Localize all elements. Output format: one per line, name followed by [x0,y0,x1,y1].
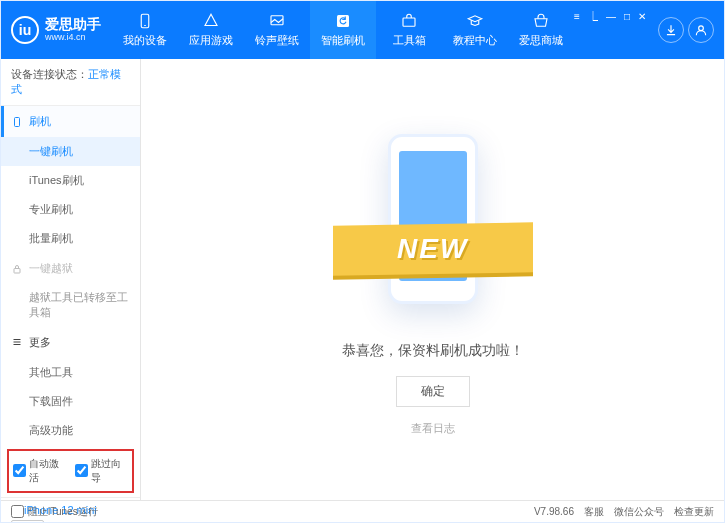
header-right: ≡ ⎿ — □ ✕ [574,11,714,50]
sidebar-item-oneclick-flash[interactable]: 一键刷机 [1,137,140,166]
nav-tutorials[interactable]: 教程中心 [442,1,508,59]
toolbox-icon [400,12,418,30]
phone-icon [136,12,154,30]
footer-check-update[interactable]: 检查更新 [674,505,714,519]
section-jailbreak: 一键越狱 [1,253,140,284]
checkbox-input[interactable] [75,464,88,477]
nav-store[interactable]: 爱思商城 [508,1,574,59]
jailbreak-note: 越狱工具已转移至工具箱 [1,284,140,327]
nav-label: 智能刷机 [321,33,365,48]
version-label: V7.98.66 [534,506,574,517]
ribbon-text: NEW [397,233,468,265]
sidebar-item-itunes-flash[interactable]: iTunes刷机 [1,166,140,195]
svg-point-5 [699,26,704,31]
svg-rect-7 [14,268,20,273]
checkbox-label: 阻止iTunes运行 [28,505,98,519]
nav-toolbox[interactable]: 工具箱 [376,1,442,59]
app-url: www.i4.cn [45,33,101,43]
maximize-icon[interactable]: □ [624,11,630,22]
store-icon [532,12,550,30]
nav-label: 我的设备 [123,33,167,48]
nav-label: 工具箱 [393,33,426,48]
sidebar: 设备连接状态：正常模式 刷机 一键刷机 iTunes刷机 专业刷机 批量刷机 一… [1,59,141,500]
section-label: 刷机 [29,114,51,129]
phone-icon [11,116,23,128]
logo-area: iu 爱思助手 www.i4.cn [11,16,112,44]
checkbox-auto-activate[interactable]: 自动激活 [13,457,67,485]
wallpaper-icon [268,12,286,30]
checkbox-input[interactable] [13,464,26,477]
checkbox-block-itunes[interactable]: 阻止iTunes运行 [11,505,98,519]
minimize-icon[interactable]: — [606,11,616,22]
window-controls: ≡ ⎿ — □ ✕ [574,11,646,22]
nav-apps-games[interactable]: 应用游戏 [178,1,244,59]
nav-label: 教程中心 [453,33,497,48]
list-icon [11,336,23,348]
apps-icon [202,12,220,30]
close-icon[interactable]: ✕ [638,11,646,22]
nav-my-device[interactable]: 我的设备 [112,1,178,59]
main-nav: 我的设备 应用游戏 铃声壁纸 智能刷机 工具箱 教程中心 爱思商城 [112,1,574,59]
app-header: iu 爱思助手 www.i4.cn 我的设备 应用游戏 铃声壁纸 智能刷机 工具… [1,1,724,59]
sidebar-item-batch-flash[interactable]: 批量刷机 [1,224,140,253]
nav-label: 铃声壁纸 [255,33,299,48]
graduation-icon [466,12,484,30]
success-illustration: NEW [353,124,513,324]
nav-label: 应用游戏 [189,33,233,48]
nav-label: 爱思商城 [519,33,563,48]
app-name: 爱思助手 [45,17,101,32]
view-log-link[interactable]: 查看日志 [411,421,455,436]
sidebar-item-advanced[interactable]: 高级功能 [1,416,140,445]
refresh-icon [334,12,352,30]
success-message: 恭喜您，保资料刷机成功啦！ [342,342,524,360]
lock-icon [11,263,23,275]
section-label: 一键越狱 [29,261,73,276]
svg-rect-4 [403,18,415,26]
section-flash[interactable]: 刷机 [1,106,140,137]
sidebar-item-other-tools[interactable]: 其他工具 [1,358,140,387]
main-content: NEW 恭喜您，保资料刷机成功啦！ 确定 查看日志 [141,59,724,500]
nav-ringtones[interactable]: 铃声壁纸 [244,1,310,59]
checkbox-label: 自动激活 [29,457,67,485]
menu-icon[interactable]: ≡ [574,11,580,22]
nav-smart-flash[interactable]: 智能刷机 [310,1,376,59]
download-button[interactable] [658,17,684,43]
footer-service[interactable]: 客服 [584,505,604,519]
connection-status: 设备连接状态：正常模式 [1,59,140,106]
checkbox-label: 跳过向导 [91,457,129,485]
checkbox-skip-guide[interactable]: 跳过向导 [75,457,129,485]
pin-icon[interactable]: ⎿ [588,11,598,22]
user-button[interactable] [688,17,714,43]
checkbox-highlight-row: 自动激活 跳过向导 [7,449,134,493]
conn-label: 设备连接状态： [11,68,88,80]
checkbox-input[interactable] [11,505,24,518]
svg-rect-3 [337,15,349,27]
logo-icon: iu [11,16,39,44]
sidebar-item-pro-flash[interactable]: 专业刷机 [1,195,140,224]
section-more[interactable]: 更多 [1,327,140,358]
section-label: 更多 [29,335,51,350]
sidebar-item-download-firmware[interactable]: 下载固件 [1,387,140,416]
svg-rect-6 [15,117,20,126]
footer-wechat[interactable]: 微信公众号 [614,505,664,519]
confirm-button[interactable]: 确定 [396,376,470,407]
